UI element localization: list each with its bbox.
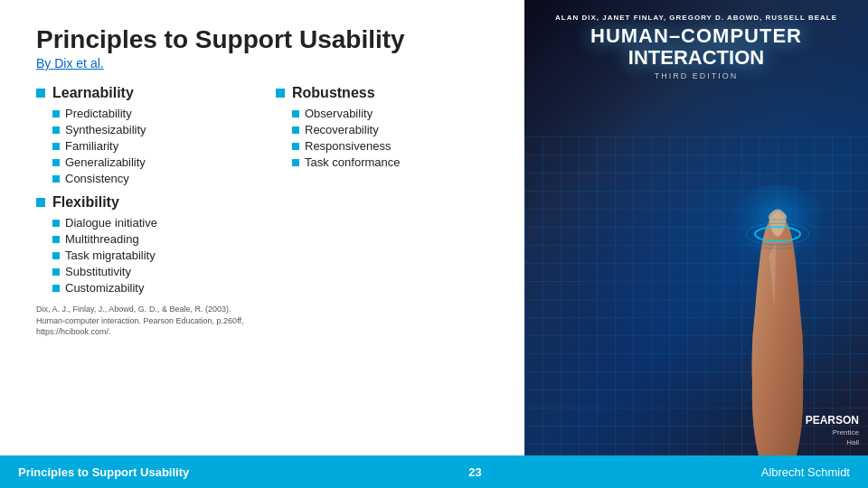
list-item: Responsiveness <box>292 139 497 153</box>
footer-page: 23 <box>468 465 481 479</box>
footer-bar: Principles to Support Usability 23 Albre… <box>0 455 868 488</box>
learnability-bullet <box>36 89 45 98</box>
item-bullet <box>52 127 60 134</box>
publisher-sub1: Prentice <box>833 428 859 436</box>
robustness-bullet <box>276 89 285 98</box>
book-edition: THIRD EDITION <box>538 71 854 80</box>
citation-text: Dix, A. J., Finlay, J., Abowd, G. D., & … <box>36 304 258 338</box>
flexibility-bullet <box>36 198 45 207</box>
book-text-block: ALAN DIX, JANET FINLAY, GREGORY D. ABOWD… <box>538 14 854 80</box>
footer-author: Albrecht Schmidt <box>761 465 850 479</box>
list-item: Substitutivity <box>52 265 258 278</box>
item-label: Synthesizability <box>65 123 146 136</box>
item-label: Substitutivity <box>65 265 131 278</box>
item-label: Responsiveness <box>305 139 391 153</box>
learnability-label: Learnability <box>52 85 134 101</box>
flexibility-label: Flexibility <box>52 194 119 211</box>
item-bullet <box>292 127 299 134</box>
flexibility-items: Dialogue initiative Multithreading Task … <box>52 216 258 295</box>
footer-title: Principles to Support Usability <box>18 465 189 479</box>
left-panel: Principles to Support Usability By Dix e… <box>0 0 524 455</box>
learnability-items: Predictability Synthesizability Familiar… <box>52 107 258 185</box>
item-bullet <box>52 236 60 243</box>
publisher-sub2: Hall <box>846 438 859 446</box>
page-title: Principles to Support Usability <box>36 25 497 54</box>
content-columns: Learnability Predictability Synthesizabi… <box>36 85 497 446</box>
list-item: Predictability <box>52 107 258 120</box>
book-title-line2: INTERACTION <box>538 47 854 69</box>
book-image: ALAN DIX, JANET FINLAY, GREGORY D. ABOWD… <box>524 0 868 455</box>
page-subtitle: By Dix et al. <box>36 56 497 70</box>
item-bullet <box>292 143 299 150</box>
item-label: Dialogue initiative <box>65 216 157 230</box>
list-item: Generalizability <box>52 155 258 169</box>
list-item: Customizability <box>52 281 258 295</box>
col-right: Robustness Observability Recoverability … <box>276 85 497 446</box>
item-bullet <box>52 285 60 292</box>
robustness-heading: Robustness <box>276 85 497 101</box>
main-content: Principles to Support Usability By Dix e… <box>0 0 868 455</box>
list-item: Dialogue initiative <box>52 216 258 230</box>
robustness-items: Observability Recoverability Responsiven… <box>292 107 497 169</box>
book-title-line1: HUMAN–COMPUTER <box>538 25 854 47</box>
item-bullet <box>52 268 60 276</box>
col-left: Learnability Predictability Synthesizabi… <box>36 85 258 446</box>
item-label: Multithreading <box>65 232 139 246</box>
list-item: Recoverability <box>292 123 497 136</box>
item-bullet <box>52 110 60 117</box>
item-bullet <box>52 252 60 259</box>
right-panel: ALAN DIX, JANET FINLAY, GREGORY D. ABOWD… <box>524 0 868 455</box>
item-bullet <box>52 175 60 183</box>
item-bullet <box>52 159 60 166</box>
item-label: Generalizability <box>65 155 146 169</box>
list-item: Observability <box>292 107 497 120</box>
flexibility-heading: Flexibility <box>36 194 258 211</box>
list-item: Familiarity <box>52 139 258 153</box>
book-authors: ALAN DIX, JANET FINLAY, GREGORY D. ABOWD… <box>538 14 854 22</box>
list-item: Multithreading <box>52 232 258 246</box>
item-bullet <box>52 220 60 227</box>
item-label: Observability <box>305 107 373 120</box>
item-label: Recoverability <box>305 123 379 136</box>
list-item: Task conformance <box>292 155 497 169</box>
item-label: Task migratability <box>65 249 156 262</box>
list-item: Task migratability <box>52 249 258 262</box>
item-bullet <box>52 143 60 150</box>
item-label: Familiarity <box>65 139 118 153</box>
robustness-label: Robustness <box>292 85 375 101</box>
publisher-logos: PEARSON Prentice Hall <box>806 414 859 446</box>
learnability-heading: Learnability <box>36 85 258 101</box>
list-item: Synthesizability <box>52 123 258 136</box>
item-label: Customizability <box>65 281 144 295</box>
item-bullet <box>292 110 299 117</box>
item-label: Consistency <box>65 172 129 185</box>
item-bullet <box>292 159 299 166</box>
item-label: Task conformance <box>305 155 401 169</box>
list-item: Consistency <box>52 172 258 185</box>
publisher-name: PEARSON <box>806 414 859 427</box>
item-label: Predictability <box>65 107 132 120</box>
